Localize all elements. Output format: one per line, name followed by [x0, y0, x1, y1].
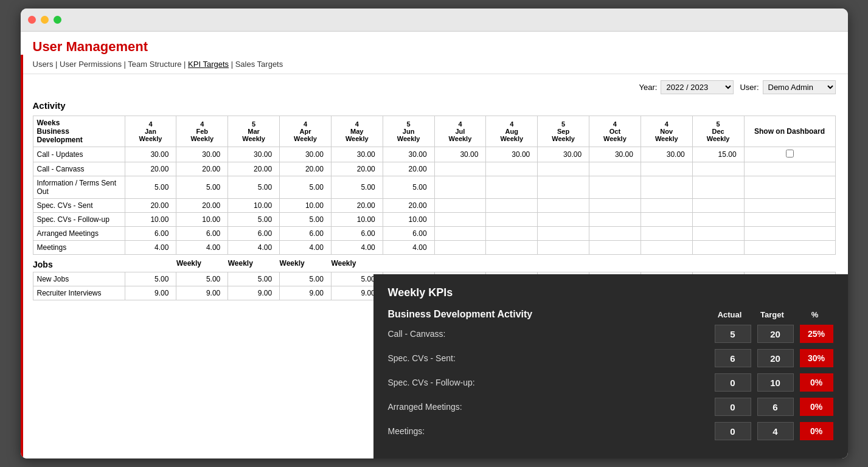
spec-cvs-followup-jan[interactable]: [132, 215, 168, 224]
call-updates-dashboard[interactable]: [786, 150, 794, 157]
arranged-meetings-feb[interactable]: [184, 229, 220, 238]
spec-cvs-followup-dec[interactable]: [700, 215, 737, 224]
call-updates-jan[interactable]: [132, 150, 168, 159]
info-terms-feb[interactable]: [184, 183, 220, 192]
info-terms-sep[interactable]: [545, 183, 582, 192]
arranged-meetings-mar[interactable]: [235, 229, 272, 238]
spec-cvs-followup-sep[interactable]: [545, 215, 582, 224]
arranged-meetings-jan[interactable]: [132, 229, 168, 238]
call-updates-mar[interactable]: [235, 150, 272, 159]
recruiter-interviews-mar[interactable]: [235, 289, 272, 297]
nav-kpi-targets[interactable]: KPI Targets: [188, 60, 229, 69]
new-jobs-feb[interactable]: [184, 275, 220, 283]
nav-user-permissions[interactable]: User Permissions: [60, 60, 122, 69]
call-canvass-jan[interactable]: [132, 165, 168, 173]
info-terms-may[interactable]: [339, 183, 375, 192]
call-updates-dec[interactable]: [700, 150, 737, 159]
spec-cvs-sent-jun[interactable]: [391, 201, 427, 210]
arranged-meetings-apr[interactable]: [287, 229, 324, 238]
call-updates-nov[interactable]: [648, 150, 685, 159]
info-terms-aug[interactable]: [493, 183, 530, 192]
recruiter-interviews-jan[interactable]: [132, 289, 168, 297]
meetings-apr[interactable]: [287, 243, 324, 252]
call-updates-feb[interactable]: [184, 150, 220, 159]
user-select[interactable]: Demo Admin: [763, 80, 836, 94]
arranged-meetings-oct[interactable]: [597, 229, 633, 238]
new-jobs-may[interactable]: [339, 275, 375, 283]
spec-cvs-sent-jul[interactable]: [442, 201, 478, 210]
call-updates-jun[interactable]: [391, 150, 427, 159]
recruiter-interviews-apr[interactable]: [287, 289, 324, 297]
arranged-meetings-jul[interactable]: [442, 229, 478, 238]
year-select[interactable]: 2022 / 2023: [661, 80, 734, 94]
spec-cvs-followup-may[interactable]: [339, 215, 375, 224]
new-jobs-apr[interactable]: [287, 275, 324, 283]
arranged-meetings-jun[interactable]: [391, 229, 427, 238]
spec-cvs-followup-aug[interactable]: [493, 215, 530, 224]
call-updates-apr[interactable]: [287, 150, 324, 159]
call-updates-sep[interactable]: [545, 150, 582, 159]
spec-cvs-followup-mar[interactable]: [235, 215, 272, 224]
spec-cvs-sent-dec[interactable]: [700, 201, 737, 210]
call-canvass-mar[interactable]: [235, 165, 272, 173]
nav-users[interactable]: Users: [33, 60, 54, 69]
spec-cvs-sent-apr[interactable]: [287, 201, 324, 210]
info-terms-oct[interactable]: [597, 183, 633, 192]
meetings-aug[interactable]: [493, 243, 530, 252]
meetings-jan[interactable]: [132, 243, 168, 252]
call-canvass-nov[interactable]: [648, 165, 685, 173]
call-updates-may[interactable]: [339, 150, 375, 159]
call-updates-aug[interactable]: [493, 150, 530, 159]
meetings-nov[interactable]: [648, 243, 685, 252]
nav-team-structure[interactable]: Team Structure: [128, 60, 181, 69]
spec-cvs-sent-mar[interactable]: [235, 201, 272, 210]
arranged-meetings-sep[interactable]: [545, 229, 582, 238]
new-jobs-mar[interactable]: [235, 275, 272, 283]
meetings-sep[interactable]: [545, 243, 582, 252]
maximize-button[interactable]: [54, 16, 61, 24]
spec-cvs-sent-may[interactable]: [339, 201, 375, 210]
arranged-meetings-dec[interactable]: [700, 229, 737, 238]
new-jobs-jan[interactable]: [132, 275, 168, 283]
call-canvass-jul[interactable]: [442, 165, 478, 173]
call-updates-oct[interactable]: [597, 150, 633, 159]
info-terms-nov[interactable]: [648, 183, 685, 192]
spec-cvs-sent-nov[interactable]: [648, 201, 685, 210]
spec-cvs-sent-feb[interactable]: [184, 201, 220, 210]
meetings-dec[interactable]: [700, 243, 737, 252]
call-canvass-feb[interactable]: [184, 165, 220, 173]
call-canvass-dec[interactable]: [700, 165, 737, 173]
info-terms-apr[interactable]: [287, 183, 324, 192]
meetings-jun[interactable]: [391, 243, 427, 252]
close-button[interactable]: [28, 16, 36, 24]
info-terms-jul[interactable]: [442, 183, 478, 192]
meetings-oct[interactable]: [597, 243, 633, 252]
spec-cvs-followup-apr[interactable]: [287, 215, 324, 224]
nav-sales-targets[interactable]: Sales Targets: [235, 60, 283, 69]
call-canvass-may[interactable]: [339, 165, 375, 173]
recruiter-interviews-feb[interactable]: [184, 289, 220, 297]
spec-cvs-sent-sep[interactable]: [545, 201, 582, 210]
minimize-button[interactable]: [41, 16, 49, 24]
spec-cvs-followup-jul[interactable]: [442, 215, 478, 224]
spec-cvs-followup-nov[interactable]: [648, 215, 685, 224]
info-terms-jun[interactable]: [391, 183, 427, 192]
info-terms-mar[interactable]: [235, 183, 272, 192]
call-canvass-oct[interactable]: [597, 165, 633, 173]
meetings-mar[interactable]: [235, 243, 272, 252]
spec-cvs-sent-jan[interactable]: [132, 201, 168, 210]
call-canvass-sep[interactable]: [545, 165, 582, 173]
spec-cvs-sent-oct[interactable]: [597, 201, 633, 210]
spec-cvs-followup-oct[interactable]: [597, 215, 633, 224]
arranged-meetings-aug[interactable]: [493, 229, 530, 238]
call-updates-jul[interactable]: [442, 150, 478, 159]
call-canvass-aug[interactable]: [493, 165, 530, 173]
meetings-may[interactable]: [339, 243, 375, 252]
spec-cvs-followup-jun[interactable]: [391, 215, 427, 224]
info-terms-dec[interactable]: [700, 183, 737, 192]
info-terms-jan[interactable]: [132, 183, 168, 192]
call-canvass-apr[interactable]: [287, 165, 324, 173]
arranged-meetings-may[interactable]: [339, 229, 375, 238]
spec-cvs-followup-feb[interactable]: [184, 215, 220, 224]
recruiter-interviews-may[interactable]: [339, 289, 375, 297]
